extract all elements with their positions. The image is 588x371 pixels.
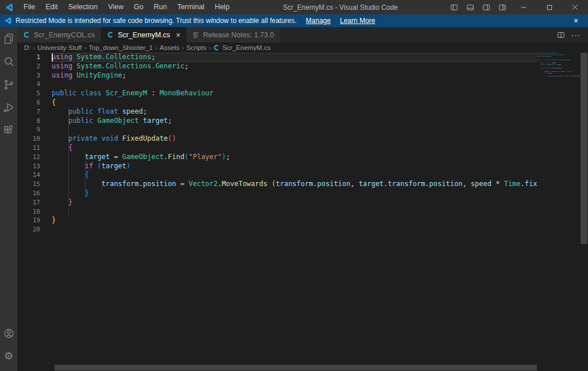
line-number[interactable]: 8 xyxy=(17,117,40,126)
breadcrumb-item[interactable]: Top_down_Shooter_1 xyxy=(88,44,153,51)
breadcrumb-item[interactable]: Assets xyxy=(160,44,180,51)
code-line-14[interactable]: 14 { xyxy=(17,171,537,180)
horizontal-scrollbar-slider[interactable] xyxy=(55,365,537,370)
line-number[interactable]: 20 xyxy=(17,225,40,234)
code-line-15[interactable]: 15 transform.position = Vector2.MoveTowa… xyxy=(17,180,537,189)
tab-Release Notes: 1.73.0[interactable]: Release Notes: 1.73.0 xyxy=(187,27,280,42)
menu-terminal[interactable]: Terminal xyxy=(172,0,210,14)
code-line-16[interactable]: 16 } xyxy=(17,189,537,198)
line-number[interactable]: 13 xyxy=(17,162,40,171)
menu-file[interactable]: File xyxy=(18,0,40,14)
menu-view[interactable]: View xyxy=(103,0,129,14)
layout-sidebar-left-icon[interactable] xyxy=(446,0,462,14)
code-line-7[interactable]: 7 public float speed; xyxy=(17,107,537,117)
code-text[interactable]: using UnityEngine; xyxy=(52,71,537,80)
code-lines[interactable]: 1using System.Collections;2using System.… xyxy=(17,53,537,364)
code-line-4[interactable]: 4 xyxy=(17,80,537,89)
line-number[interactable]: 5 xyxy=(17,89,40,98)
code-line-8[interactable]: 8 public GameObject target; xyxy=(17,117,537,126)
code-line-2[interactable]: 2using System.Collections.Generic; xyxy=(17,62,537,71)
run-debug-icon[interactable] xyxy=(0,96,17,119)
code-line-10[interactable]: 10 private void FixedUpdate() xyxy=(17,134,537,144)
code-line-11[interactable]: 11 { xyxy=(17,144,537,153)
line-number[interactable]: 19 xyxy=(17,216,40,225)
code-text[interactable]: target = GameObject.Find("Player"); xyxy=(52,153,537,162)
search-icon[interactable] xyxy=(0,50,17,73)
code-text[interactable]: public GameObject target; xyxy=(52,117,537,126)
line-number[interactable]: 15 xyxy=(17,180,40,189)
code-editor[interactable]: 1using System.Collections;2using System.… xyxy=(17,53,588,371)
settings-gear-icon[interactable]: ⚙ xyxy=(0,345,17,368)
code-text[interactable]: if (target) xyxy=(52,162,537,171)
manage-link[interactable]: Manage xyxy=(306,17,331,25)
banner-close-icon[interactable]: × xyxy=(570,14,582,27)
menu-edit[interactable]: Edit xyxy=(40,0,63,14)
code-text[interactable]: } xyxy=(52,198,537,207)
line-number[interactable]: 12 xyxy=(17,153,40,162)
line-number[interactable]: 7 xyxy=(17,107,40,117)
breadcrumb-item[interactable]: D: xyxy=(24,44,31,51)
split-editor-icon[interactable] xyxy=(554,27,568,42)
breadcrumb-item[interactable]: Scr_EnemyM.cs xyxy=(222,44,270,51)
vertical-scrollbar[interactable] xyxy=(580,53,588,364)
menu-selection[interactable]: Selection xyxy=(63,0,103,14)
breadcrumb-item[interactable]: University Stuff xyxy=(37,44,82,51)
code-line-19[interactable]: 19} xyxy=(17,216,537,225)
code-text[interactable]: { xyxy=(52,98,537,107)
account-icon[interactable] xyxy=(0,322,17,345)
line-number[interactable]: 17 xyxy=(17,198,40,207)
line-number[interactable]: 11 xyxy=(17,144,40,153)
source-control-icon[interactable] xyxy=(0,73,17,96)
code-text[interactable]: { xyxy=(52,144,537,153)
code-text[interactable]: using System.Collections; xyxy=(52,53,537,62)
more-actions-icon[interactable]: ··· xyxy=(568,27,583,42)
code-text[interactable] xyxy=(52,125,537,134)
code-line-9[interactable]: 9 xyxy=(17,125,537,134)
code-line-5[interactable]: 5public class Scr_EnemyM : MonoBehaviour xyxy=(17,89,537,98)
code-text[interactable]: private void FixedUpdate() xyxy=(52,134,537,144)
layout-sidebar-right-icon[interactable] xyxy=(478,0,494,14)
horizontal-scrollbar[interactable] xyxy=(17,364,537,371)
line-number[interactable]: 4 xyxy=(17,80,40,89)
tab-Scr_EnemyCOL.cs[interactable]: Scr_EnemyCOL.cs xyxy=(17,27,100,42)
menu-help[interactable]: Help xyxy=(210,0,235,14)
minimap[interactable]: using System.Collections;using System.Co… xyxy=(537,53,580,364)
code-text[interactable]: using System.Collections.Generic; xyxy=(52,62,537,71)
code-line-6[interactable]: 6{ xyxy=(17,98,537,107)
code-text[interactable] xyxy=(52,80,537,89)
line-number[interactable]: 1 xyxy=(17,53,40,62)
line-number[interactable]: 6 xyxy=(17,98,40,107)
code-line-20[interactable]: 20 xyxy=(17,225,537,234)
breadcrumb-item[interactable]: Scripts xyxy=(186,44,206,51)
code-line-3[interactable]: 3using UnityEngine; xyxy=(17,71,537,80)
code-text[interactable] xyxy=(52,225,537,234)
line-number[interactable]: 2 xyxy=(17,62,40,71)
line-number[interactable]: 14 xyxy=(17,171,40,180)
code-text[interactable]: public float speed; xyxy=(52,107,537,117)
extensions-icon[interactable] xyxy=(0,119,17,142)
vertical-scrollbar-slider[interactable] xyxy=(581,53,587,244)
close-button[interactable] xyxy=(562,0,588,14)
line-number[interactable]: 3 xyxy=(17,71,40,80)
code-line-18[interactable]: 18 xyxy=(17,207,537,217)
code-line-13[interactable]: 13 if (target) xyxy=(17,162,537,171)
maximize-button[interactable] xyxy=(536,0,562,14)
code-line-17[interactable]: 17 } xyxy=(17,198,537,207)
line-number[interactable]: 9 xyxy=(17,125,40,134)
code-text[interactable] xyxy=(52,207,537,217)
menu-go[interactable]: Go xyxy=(129,0,149,14)
menu-run[interactable]: Run xyxy=(149,0,172,14)
code-text[interactable]: } xyxy=(52,216,537,225)
tab-close-icon[interactable]: × xyxy=(176,31,180,39)
line-number[interactable]: 16 xyxy=(17,189,40,198)
code-line-1[interactable]: 1using System.Collections; xyxy=(17,53,537,62)
code-text[interactable]: transform.position = Vector2.MoveTowards… xyxy=(52,180,537,189)
code-text[interactable]: } xyxy=(52,189,537,198)
explorer-icon[interactable] xyxy=(0,27,17,50)
line-number[interactable]: 18 xyxy=(17,207,40,217)
learn-more-link[interactable]: Learn More xyxy=(340,17,375,25)
customize-layout-icon[interactable] xyxy=(494,0,510,14)
layout-panel-icon[interactable] xyxy=(462,0,478,14)
code-text[interactable]: { xyxy=(52,171,537,180)
minimize-button[interactable] xyxy=(510,0,536,14)
